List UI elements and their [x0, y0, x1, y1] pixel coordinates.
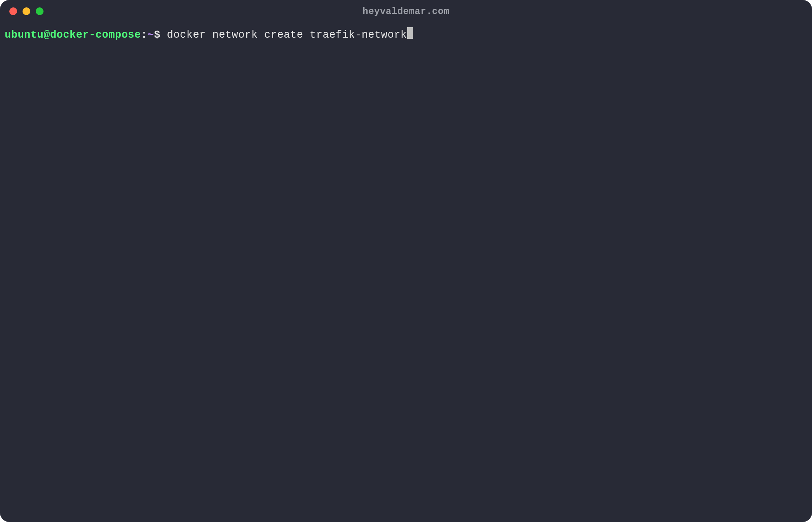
minimize-button[interactable] — [23, 7, 30, 15]
command-text — [160, 27, 167, 43]
prompt-user-host: ubuntu@docker-compose — [5, 27, 141, 43]
maximize-button[interactable] — [36, 7, 44, 15]
window-title: heyvaldemar.com — [362, 6, 450, 17]
cursor-icon — [407, 27, 413, 39]
terminal-window: heyvaldemar.com ubuntu@docker-compose:~$… — [0, 0, 812, 522]
prompt-path: ~ — [147, 27, 154, 43]
prompt-symbol: $ — [154, 27, 160, 43]
close-button[interactable] — [9, 7, 17, 15]
prompt-separator: : — [141, 27, 148, 43]
titlebar: heyvaldemar.com — [0, 0, 812, 23]
command-input: docker network create traefik-network — [167, 27, 407, 43]
terminal-body[interactable]: ubuntu@docker-compose:~$ docker network … — [0, 23, 812, 522]
prompt-line: ubuntu@docker-compose:~$ docker network … — [5, 27, 807, 43]
traffic-lights — [9, 7, 44, 15]
